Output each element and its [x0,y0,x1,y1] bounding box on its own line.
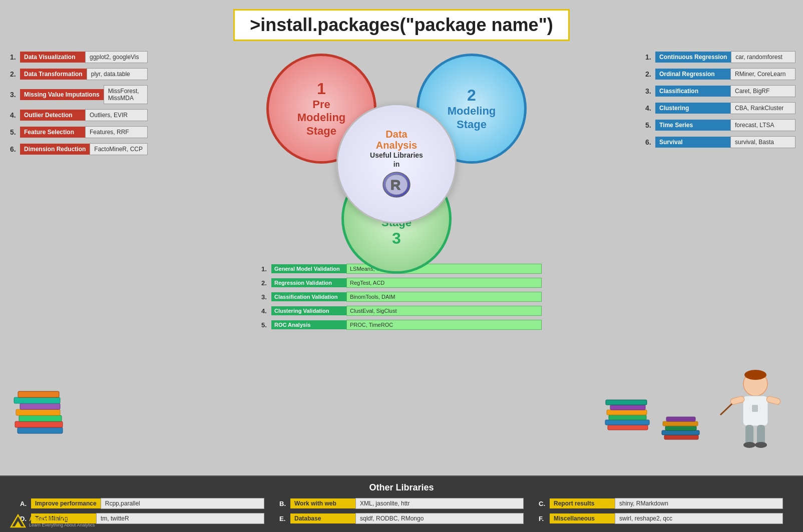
pre-item-value-5: Features, RRF [85,126,148,138]
modeling-item-label-5: Time Series [655,120,730,131]
modeling-stage-items: 1. Continuous Regression car, randomfore… [645,51,795,148]
lib-letter-e: E. [279,515,290,522]
other-libraries-panel: Other Libraries A. Improve performance R… [0,475,803,532]
modeling-circle-text: ModelingStage [448,105,496,131]
svg-rect-16 [664,435,698,439]
post-item-value-3: BinomTools, DAIM [346,292,542,302]
lib-letter-a: A. [20,500,31,507]
post-item-4: 4. Clustering Validation ClustEval, SigC… [261,306,542,316]
r-logo-icon: R [381,171,412,199]
lib-label-c: Report results [550,498,615,508]
post-modeling-items-panel: 1. General Model Validation LSMeans, Com… [251,264,542,334]
logo-brand: Analytics Vidhya [29,515,95,522]
pre-item-value-4: Outliers, EVIR [85,109,148,121]
svg-rect-15 [606,400,647,405]
lib-value-c: shiny, RMarkdown [615,498,783,509]
modeling-item-num-3: 3. [645,87,655,95]
modeling-circle-num: 2 [467,86,476,105]
svg-rect-10 [608,425,648,430]
modeling-item-num-6: 6. [645,138,655,146]
pre-item-label-5: Feature Selection [20,127,85,138]
pre-item-5: 5. Feature Selection Features, RRF [10,126,148,138]
header-section: >install.packages("package name") [0,0,803,46]
modeling-item-label-6: Survival [655,137,730,148]
header-title: >install.packages("package name") [233,9,569,41]
svg-rect-7 [20,403,60,409]
svg-rect-8 [14,397,60,403]
lib-value-b: XML, jasonlite, httr [355,498,524,509]
svg-text:R: R [390,177,400,193]
modeling-item-value-6: survival, Basta [730,136,795,148]
books-left-illustration [10,387,75,449]
da-title: DataAnalysis [376,129,417,151]
modeling-item-value-4: CBA, RankCluster [730,102,795,114]
pre-item-num-4: 4. [10,111,20,119]
svg-point-22 [744,370,766,380]
modeling-item-value-3: Caret, BigRF [730,85,795,97]
other-lib-item-a: A. Improve performance Rcpp,parallel [20,498,264,509]
pre-item-3: 3. Missing Value Imputations MissForest,… [10,85,148,104]
modeling-item-4: 4. Clustering CBA, RankCluster [645,102,795,114]
post-item-num-3: 3. [261,293,271,301]
lib-value-e: sqldf, RODBC, RMongo [355,513,524,524]
modeling-item-num-1: 1. [645,53,655,61]
pre-item-value-1: ggplot2, googleVis [85,51,148,63]
modeling-item-num-4: 4. [645,104,655,112]
pre-item-label-6: Dimension Reduction [20,144,90,155]
svg-point-30 [755,442,767,448]
other-libraries-grid: A. Improve performance Rcpp,parallel D. … [13,498,790,528]
books-right-illustration-1 [603,390,658,442]
other-libraries-title: Other Libraries [13,482,790,493]
post-item-label-3: Classification Validation [271,292,346,301]
analytics-vidhya-logo-icon [10,514,26,528]
lib-label-b: Work with web [290,498,355,508]
post-items-list: 1. General Model Validation LSMeans, Com… [261,264,542,330]
post-item-label-2: Regression Validation [271,278,346,287]
modeling-item-6: 6. Survival survival, Basta [645,136,795,148]
svg-rect-9 [18,391,59,397]
modeling-item-num-5: 5. [645,121,655,129]
svg-rect-14 [610,405,645,410]
pre-circle-num: 1 [317,80,326,98]
pre-item-1: 1. Data Visualization ggplot2, googleVis [10,51,148,63]
person-illustration [718,370,783,452]
other-libs-col-3: C. Report results shiny, RMarkdown F. Mi… [531,498,790,528]
other-lib-item-c: C. Report results shiny, RMarkdown [539,498,783,509]
post-item-value-4: ClustEval, SigClust [346,306,542,316]
pre-modeling-items: 1. Data Visualization ggplot2, googleVis… [10,51,148,155]
svg-rect-19 [663,421,698,426]
svg-rect-6 [16,409,60,415]
pre-circle-text: PreModelingStage [297,98,346,138]
pre-item-num-5: 5. [10,128,20,136]
pre-item-num-2: 2. [10,70,20,78]
lib-label-a: Improve performance [31,498,101,508]
post-item-2: 2. Regression Validation RegTest, ACD [261,278,542,288]
post-item-label-1: General Model Validation [271,264,346,273]
pre-modeling-panel: 1. Data Visualization ggplot2, googleVis… [3,46,153,334]
post-item-num-5: 5. [261,321,271,329]
other-lib-item-f: F. Miscellaneous swirl, reshape2, qcc [539,513,783,524]
pre-item-label-1: Data Visualization [20,52,85,63]
modeling-item-value-2: RMiner, CoreLearn [730,68,795,80]
svg-rect-5 [19,415,62,421]
svg-rect-18 [665,426,696,430]
modeling-item-5: 5. Time Series forecast, LTSA [645,119,795,131]
pre-item-4: 4. Outlier Detection Outliers, EVIR [10,109,148,121]
pre-item-num-6: 6. [10,145,20,153]
logo-tagline: Learn Everything About Analytics [29,522,95,527]
post-item-3: 3. Classification Validation BinomTools,… [261,292,542,302]
post-circle-num: 3 [392,229,401,248]
pre-item-label-4: Outlier Detection [20,110,85,121]
svg-rect-4 [15,421,63,427]
svg-rect-12 [609,415,646,420]
lib-value-d: tm, twitteR [96,513,264,524]
modeling-item-label-3: Classification [655,86,730,97]
lib-letter-f: F. [539,515,550,522]
svg-line-26 [720,404,732,415]
pre-item-num-3: 3. [10,91,20,99]
svg-rect-3 [18,427,63,433]
other-libs-col-2: B. Work with web XML, jasonlite, httr E.… [272,498,531,528]
pre-item-value-3: MissForest, MissMDA [104,85,148,104]
pre-item-label-3: Missing Value Imputations [20,89,104,100]
pre-item-value-2: plyr, data.table [87,68,148,80]
